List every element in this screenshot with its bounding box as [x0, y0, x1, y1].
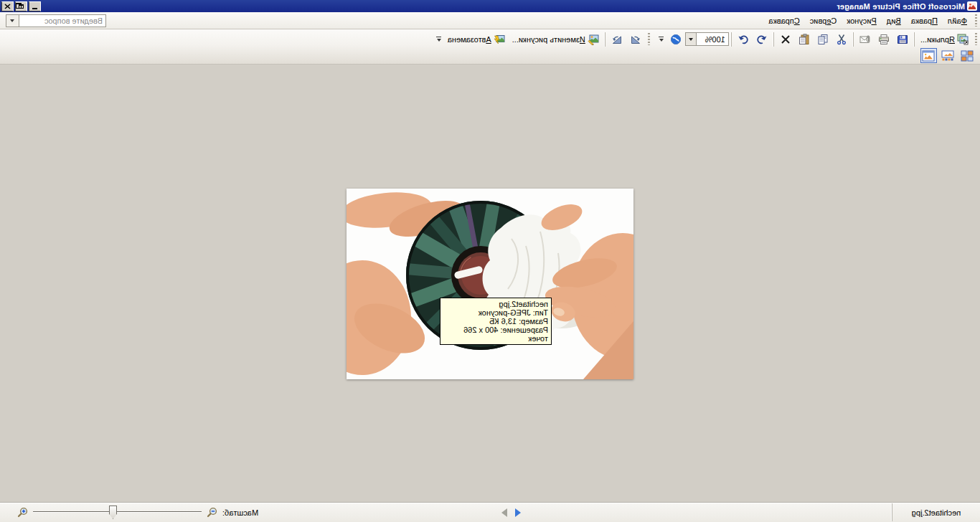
toolbar-separator — [731, 32, 732, 47]
restore-icon — [19, 4, 24, 9]
redo-button[interactable] — [734, 32, 753, 47]
toolbar-separator — [914, 32, 915, 47]
rotate-left-button[interactable] — [626, 32, 645, 47]
toolbar-options-icon — [659, 37, 664, 37]
question-dropdown-button[interactable] — [6, 14, 19, 27]
chevron-down-icon — [689, 38, 693, 41]
chevron-down-icon — [11, 19, 15, 22]
edit-pictures-label: Изменить рисунки... — [512, 35, 585, 44]
zoom-slider-track[interactable] — [33, 511, 202, 513]
close-icon — [4, 4, 11, 9]
picture-manager-window: Microsoft Office Picture Manager Файл Пр… — [0, 0, 980, 522]
globe-icon — [670, 34, 682, 45]
mail-icon — [859, 34, 871, 45]
cut-icon — [836, 34, 847, 45]
zoom-in-icon[interactable] — [17, 507, 28, 518]
zoom-label: Масштаб: — [222, 508, 258, 517]
window-title: Microsoft Office Picture Manager — [41, 2, 965, 11]
autocorrect-icon — [494, 34, 505, 45]
zoom-slider-thumb[interactable] — [109, 506, 117, 519]
minimize-button[interactable] — [29, 1, 41, 11]
zoom-out-icon[interactable] — [207, 507, 217, 518]
menu-picture[interactable]: Рисунок — [842, 14, 882, 27]
shortcuts-button[interactable]: Ярлыки... — [917, 32, 972, 47]
view-mode-buttons — [920, 48, 976, 63]
question-box: Введите вопрос — [6, 14, 106, 27]
zoom-value: 100% — [705, 35, 725, 44]
standard-toolbar-grip[interactable] — [975, 33, 977, 45]
toolbar-separator — [605, 32, 606, 47]
formatting-toolbar-grip[interactable] — [648, 33, 650, 45]
photo-preview[interactable]: nechitaet2.jpg Тип: JPEG-рисунок Размер:… — [347, 189, 633, 379]
menu-grip-handle[interactable] — [975, 14, 977, 27]
tooltip-resolution: Разрешение: 400 x 266 точек — [443, 326, 548, 343]
zoom-controls: Масштаб: — [17, 503, 258, 522]
menu-help[interactable]: Справка — [763, 14, 804, 27]
picture-info-tooltip: nechitaet2.jpg Тип: JPEG-рисунок Размер:… — [440, 298, 552, 345]
toolbar-options-icon — [436, 37, 441, 37]
undo-button[interactable] — [753, 32, 771, 47]
menu-bar: Файл Правка Вид Рисунок Сервис Справка В… — [0, 12, 980, 29]
window-controls — [1, 1, 41, 11]
toolbar-row: Ярлыки... 100% Из — [0, 29, 980, 48]
globe-button[interactable] — [666, 32, 685, 47]
redo-icon — [738, 34, 749, 45]
thumbnail-view-icon — [961, 50, 974, 62]
workspace: nechitaet2.jpg Тип: JPEG-рисунок Размер:… — [0, 65, 980, 502]
next-picture-button[interactable] — [501, 508, 507, 517]
app-icon — [967, 1, 977, 11]
autocorrect-label: Автозамена — [448, 35, 491, 44]
menu-view[interactable]: Вид — [882, 14, 906, 27]
shortcuts-icon — [957, 34, 969, 45]
cut-button[interactable] — [832, 32, 851, 47]
zoom-combobox[interactable]: 100% — [696, 32, 729, 46]
print-icon — [878, 34, 890, 45]
toolbar-separator — [773, 32, 774, 47]
print-button[interactable] — [875, 32, 893, 47]
undo-icon — [756, 34, 768, 45]
zoom-dropdown-button[interactable] — [685, 32, 696, 46]
edit-pictures-button[interactable]: Изменить рисунки... — [509, 32, 603, 47]
thumbnail-view-button[interactable] — [959, 48, 976, 63]
tooltip-size: Размер: 13,6 КБ — [443, 317, 548, 326]
menu-file[interactable]: Файл — [943, 14, 972, 27]
shortcuts-label: Ярлыки... — [920, 35, 955, 44]
single-view-button[interactable] — [920, 48, 937, 63]
menu-edit[interactable]: Правка — [906, 14, 943, 27]
delete-button[interactable] — [776, 32, 795, 47]
tooltip-type: Тип: JPEG-рисунок — [443, 308, 548, 317]
edit-pictures-icon — [588, 34, 599, 45]
rotate-right-button[interactable] — [608, 32, 626, 47]
menu-tools[interactable]: Сервис — [805, 14, 842, 27]
close-button[interactable] — [1, 1, 14, 11]
toolbar-separator — [853, 32, 854, 47]
delete-icon — [780, 34, 791, 45]
filmstrip-view-button[interactable] — [940, 48, 956, 63]
chevron-down-icon — [659, 39, 664, 42]
toolbar-options-button[interactable] — [657, 32, 666, 47]
mail-button[interactable] — [856, 32, 875, 47]
paste-button[interactable] — [795, 32, 814, 47]
save-icon — [897, 34, 908, 45]
status-filename: nechitaet2.jpg — [912, 508, 961, 517]
picture-navigation — [501, 503, 521, 522]
copy-button[interactable] — [814, 32, 832, 47]
paste-icon — [798, 34, 810, 45]
toolbar-options-button[interactable] — [435, 32, 443, 47]
status-bar: nechitaet2.jpg Масштаб: — [0, 502, 980, 522]
save-button[interactable] — [893, 32, 912, 47]
title-bar: Microsoft Office Picture Manager — [0, 0, 980, 12]
single-view-icon — [923, 50, 936, 62]
previous-picture-button[interactable] — [515, 508, 521, 517]
cd-cleaning-photo — [347, 189, 633, 379]
zoom-slider[interactable] — [33, 506, 202, 519]
copy-icon — [817, 34, 829, 45]
minimize-icon — [32, 8, 37, 9]
toolbar-zone: Ярлыки... 100% Из — [0, 29, 980, 65]
autocorrect-button[interactable]: Автозамена — [444, 32, 509, 47]
rotate-right-icon — [611, 34, 623, 45]
filmstrip-view-icon — [942, 50, 955, 62]
question-input[interactable]: Введите вопрос — [19, 14, 106, 27]
restore-button[interactable] — [15, 1, 27, 11]
tooltip-filename: nechitaet2.jpg — [443, 300, 548, 308]
